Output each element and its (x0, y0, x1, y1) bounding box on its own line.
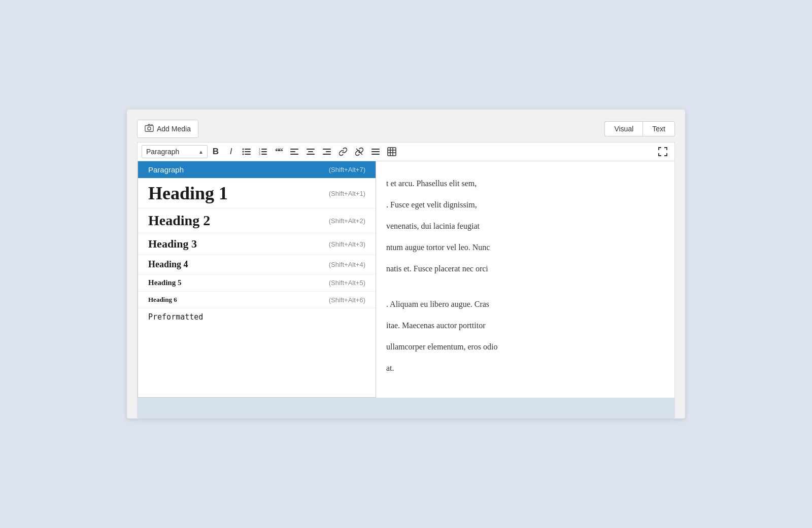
content-paragraph-6: . Aliquam eu libero augue. Cras (386, 297, 659, 311)
svg-rect-24 (323, 154, 331, 155)
heading4-shortcut: (Shift+Alt+4) (329, 261, 365, 268)
heading4-label: Heading 4 (148, 259, 188, 270)
content-paragraph-1: t et arcu. Phasellus elit sem, (386, 177, 659, 191)
svg-rect-26 (371, 151, 380, 152)
align-right-button[interactable] (319, 145, 334, 159)
svg-rect-0 (145, 126, 153, 132)
format-select[interactable]: Paragraph Heading 1 Heading 2 Heading 3 … (142, 145, 208, 158)
toolbar: Paragraph Heading 1 Heading 2 Heading 3 … (138, 143, 674, 161)
svg-point-7 (243, 149, 244, 150)
heading6-shortcut: (Shift+Alt+6) (329, 296, 365, 304)
svg-rect-22 (323, 149, 331, 150)
dropdown-item-heading5[interactable]: Heading 5 (Shift+Alt+5) (138, 274, 376, 292)
table-button[interactable] (384, 145, 399, 159)
dropdown-item-heading6[interactable]: Heading 6 (Shift+Alt+6) (138, 292, 376, 308)
heading5-label: Heading 5 (148, 278, 181, 287)
svg-point-1 (148, 127, 151, 130)
svg-rect-11 (261, 151, 267, 152)
link-button[interactable] (335, 145, 351, 159)
content-paragraph-9: at. (386, 361, 659, 375)
content-paragraph-7: itae. Maecenas auctor porttitor (386, 319, 659, 333)
dropdown-item-heading4[interactable]: Heading 4 (Shift+Alt+4) (138, 255, 376, 274)
heading3-label: Heading 3 (148, 237, 197, 251)
heading1-label: Heading 1 (148, 183, 228, 204)
svg-rect-6 (245, 154, 251, 155)
heading2-label: Heading 2 (148, 213, 210, 229)
content-paragraph-3: venenatis, dui lacinia feugiat (386, 219, 659, 233)
unlink-button[interactable] (352, 145, 367, 159)
content-paragraph-4: ntum augue tortor vel leo. Nunc (386, 240, 659, 255)
text-tab[interactable]: Text (642, 121, 675, 136)
svg-rect-17 (290, 151, 295, 152)
blockquote-button[interactable]: ““ (272, 145, 286, 159)
svg-rect-18 (290, 154, 298, 155)
preformatted-label: Preformatted (148, 312, 203, 322)
svg-rect-20 (308, 151, 313, 152)
content-paragraph-8: ullamcorper elementum, eros odio (386, 340, 659, 354)
content-paragraph-5: natis et. Fusce placerat nec orci (386, 262, 659, 276)
visual-tab[interactable]: Visual (604, 121, 642, 136)
fullscreen-button[interactable] (655, 145, 670, 159)
editor-container: Add Media Visual Text Paragraph Heading … (127, 110, 685, 418)
italic-button[interactable]: I (224, 145, 238, 159)
svg-line-25 (356, 149, 362, 155)
align-center-button[interactable] (303, 145, 318, 159)
content-paragraph-2: . Fusce eget velit dignissim, (386, 198, 659, 212)
dropdown-item-heading3[interactable]: Heading 3 (Shift+Alt+3) (138, 233, 376, 255)
ordered-list-button[interactable]: 123 (255, 145, 270, 159)
align-left-button[interactable] (287, 145, 302, 159)
add-media-label: Add Media (157, 125, 191, 133)
dropdown-item-preformatted[interactable]: Preformatted (138, 308, 376, 326)
svg-rect-27 (371, 149, 380, 150)
svg-rect-21 (307, 154, 315, 155)
svg-rect-28 (371, 154, 380, 155)
svg-rect-4 (245, 149, 251, 150)
heading5-shortcut: (Shift+Alt+5) (329, 279, 365, 287)
svg-rect-10 (261, 149, 267, 150)
heading3-shortcut: (Shift+Alt+3) (329, 240, 365, 248)
svg-rect-23 (326, 151, 331, 152)
format-select-wrapper: Paragraph Heading 1 Heading 2 Heading 3 … (142, 145, 208, 158)
top-bar: Add Media Visual Text (137, 120, 675, 138)
svg-rect-19 (307, 149, 315, 150)
paragraph-label: Paragraph (148, 165, 184, 174)
unordered-list-button[interactable] (239, 145, 254, 159)
svg-rect-12 (261, 154, 267, 155)
view-tabs: Visual Text (604, 121, 675, 136)
add-media-icon (145, 123, 154, 134)
paragraph-shortcut: (Shift+Alt+7) (329, 166, 365, 173)
dropdown-item-paragraph[interactable]: Paragraph (Shift+Alt+7) (138, 161, 376, 179)
svg-rect-5 (245, 151, 251, 152)
editor-wrapper: Paragraph Heading 1 Heading 2 Heading 3 … (137, 142, 675, 398)
svg-rect-29 (388, 148, 396, 156)
svg-rect-16 (290, 149, 298, 150)
dropdown-item-heading2[interactable]: Heading 2 (Shift+Alt+2) (138, 208, 376, 233)
add-media-button[interactable]: Add Media (137, 120, 198, 138)
svg-point-8 (243, 151, 244, 153)
heading2-shortcut: (Shift+Alt+2) (329, 217, 365, 225)
dropdown-item-heading1[interactable]: Heading 1 (Shift+Alt+1) (138, 179, 376, 208)
horizontal-rule-button[interactable] (368, 145, 383, 159)
editor-content-area[interactable]: t et arcu. Phasellus elit sem, . Fusce e… (376, 161, 674, 398)
heading1-shortcut: (Shift+Alt+1) (329, 190, 365, 197)
bold-button[interactable]: B (209, 145, 223, 159)
editor-body: Paragraph (Shift+Alt+7) Heading 1 (Shift… (138, 161, 674, 398)
bottom-accent (137, 398, 675, 418)
heading6-label: Heading 6 (148, 296, 177, 304)
svg-text:3: 3 (259, 153, 260, 156)
svg-point-9 (243, 154, 244, 155)
format-dropdown: Paragraph (Shift+Alt+7) Heading 1 (Shift… (138, 161, 376, 398)
